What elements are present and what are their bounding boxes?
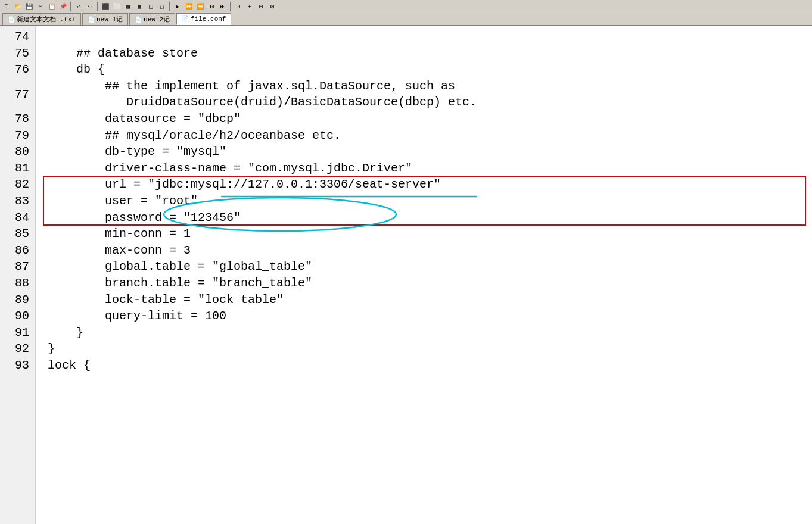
- code-line-88: branch.table = "branch_table": [48, 275, 812, 292]
- main-content: 74 75 76 77 78 79 80 81 82 83 84 85 86 8…: [0, 26, 812, 524]
- tab-label-3: new 2记: [144, 15, 170, 24]
- toolbar-open-icon[interactable]: 📂: [13, 1, 23, 12]
- code-line-89: lock-table = "lock_table": [48, 292, 812, 308]
- code-line-86: max-conn = 3: [48, 242, 812, 259]
- line-num-85: 85: [0, 226, 35, 242]
- tab-new2[interactable]: 📄 new 2记: [129, 13, 175, 25]
- line-num-87: 87: [0, 258, 35, 275]
- code-line-76: db {: [48, 61, 812, 78]
- toolbar-icon-11[interactable]: ⬚: [157, 1, 167, 12]
- line-num-82: 82: [0, 176, 35, 193]
- highlighted-section: url = "jdbc:mysql://127.0.0.1:3306/seat-…: [48, 176, 806, 226]
- line-num-80: 80: [0, 144, 35, 160]
- code-line-80: db-type = "mysql": [48, 144, 812, 160]
- code-area[interactable]: ## database store db { ## the implement …: [36, 26, 812, 524]
- line-num-92: 92: [0, 341, 35, 357]
- code-line-90: query-limit = 100: [48, 308, 812, 325]
- toolbar-icon-7[interactable]: ⬜: [111, 1, 122, 12]
- toolbar-icon-13[interactable]: ⏩: [183, 1, 194, 12]
- toolbar-icon-15[interactable]: ⏮: [206, 1, 217, 12]
- line-num-76: 76: [0, 61, 35, 78]
- code-line-92: }: [48, 341, 812, 357]
- tab-icon-2: 📄: [88, 16, 95, 23]
- toolbar-icon-14[interactable]: ⏪: [195, 1, 206, 12]
- toolbar-icon-3[interactable]: ✂: [35, 1, 46, 12]
- line-num-74: 74: [0, 29, 35, 45]
- tab-label-1: 新建文本文档 .txt: [17, 15, 76, 24]
- tab-label-4: file.conf: [191, 15, 226, 23]
- tab-new1[interactable]: 📄 new 1记: [82, 13, 128, 25]
- toolbar-save-icon[interactable]: 💾: [24, 1, 35, 12]
- toolbar-sep-2: [97, 2, 98, 11]
- line-num-90: 90: [0, 308, 35, 325]
- line-num-75: 75: [0, 45, 35, 62]
- line-num-91: 91: [0, 325, 35, 341]
- code-line-75: ## database store: [48, 45, 812, 62]
- toolbar-icon-20[interactable]: ⊠: [267, 1, 278, 12]
- toolbar-redo-icon[interactable]: ↪: [85, 1, 95, 12]
- line-num-89: 89: [0, 292, 35, 308]
- code-line-79: ## mysql/oracle/h2/oceanbase etc.: [48, 127, 812, 144]
- toolbar-icon-5[interactable]: 📌: [58, 1, 69, 12]
- toolbar-new-icon[interactable]: 🗋: [1, 1, 12, 12]
- line-num-77: 77: [0, 78, 35, 111]
- line-num-83: 83: [0, 193, 35, 210]
- code-line-83: user = "root": [48, 193, 806, 210]
- toolbar-icon-9[interactable]: ▦: [134, 1, 145, 12]
- tab-label-2: new 1记: [97, 15, 123, 24]
- toolbar-icon-6[interactable]: ⬛: [100, 1, 111, 12]
- line-num-81: 81: [0, 160, 35, 177]
- toolbar-icon-18[interactable]: ⊞: [244, 1, 255, 12]
- code-line-78: datasource = "dbcp": [48, 111, 812, 127]
- line-num-79: 79: [0, 127, 35, 144]
- toolbar-sep-3: [169, 2, 170, 11]
- line-num-84: 84: [0, 210, 35, 226]
- toolbar-icon-17[interactable]: ⊡: [233, 1, 244, 12]
- line-num-88: 88: [0, 275, 35, 292]
- code-line-77: ## the implement of javax.sql.DataSource…: [48, 78, 812, 111]
- code-line-74: [48, 29, 812, 45]
- code-line-93: lock {: [48, 357, 812, 374]
- toolbar-icon-12[interactable]: ▶: [172, 1, 183, 12]
- tab-icon-3: 📄: [135, 16, 142, 23]
- toolbar-sep-1: [70, 2, 71, 11]
- code-line-81: driver-class-name = "com.mysql.jdbc.Driv…: [48, 160, 812, 177]
- code-line-87: global.table = "global_table": [48, 258, 812, 275]
- line-num-78: 78: [0, 111, 35, 127]
- code-line-85: min-conn = 1: [48, 226, 812, 242]
- tab-icon-4: 📄: [182, 15, 189, 23]
- toolbar-sep-4: [230, 2, 231, 11]
- code-line-82: url = "jdbc:mysql://127.0.0.1:3306/seat-…: [48, 176, 806, 193]
- toolbar-undo-icon[interactable]: ↩: [73, 1, 84, 12]
- tab-bar: 📄 新建文本文档 .txt 📄 new 1记 📄 new 2记 📄 file.c…: [0, 13, 812, 26]
- toolbar-icon-8[interactable]: ▩: [123, 1, 133, 12]
- tab-new-txt[interactable]: 📄 新建文本文档 .txt: [2, 13, 81, 25]
- toolbar-icon-10[interactable]: ◫: [145, 1, 156, 12]
- toolbar: 🗋 📂 💾 ✂ 📋 📌 ↩ ↪ ⬛ ⬜ ▩ ▦ ◫ ⬚ ▶ ⏩ ⏪ ⏮ ⏭ ⊡ …: [0, 0, 812, 13]
- toolbar-icon-4[interactable]: 📋: [46, 1, 57, 12]
- toolbar-icon-19[interactable]: ⊟: [256, 1, 266, 12]
- tab-icon-1: 📄: [8, 16, 15, 23]
- line-num-93: 93: [0, 357, 35, 374]
- tab-file-conf[interactable]: 📄 file.conf: [176, 13, 231, 25]
- code-line-84: password = "123456": [48, 210, 806, 226]
- line-numbers: 74 75 76 77 78 79 80 81 82 83 84 85 86 8…: [0, 26, 36, 524]
- toolbar-icon-16[interactable]: ⏭: [217, 1, 228, 12]
- line-num-86: 86: [0, 242, 35, 259]
- code-line-91: }: [48, 325, 812, 341]
